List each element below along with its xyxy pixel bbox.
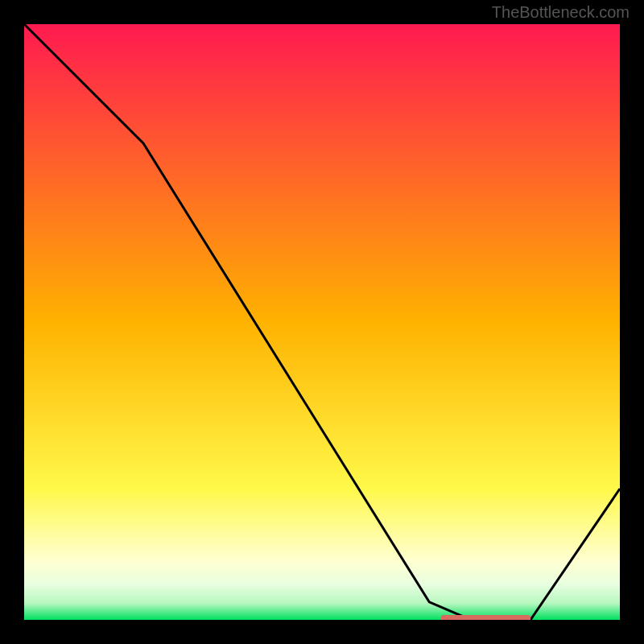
chart-container: TheBottleneck.com bbox=[0, 0, 644, 644]
watermark-text: TheBottleneck.com bbox=[492, 3, 630, 22]
plot-area bbox=[24, 24, 620, 620]
optimal-range-marker bbox=[441, 615, 530, 620]
chart-svg bbox=[24, 24, 620, 620]
